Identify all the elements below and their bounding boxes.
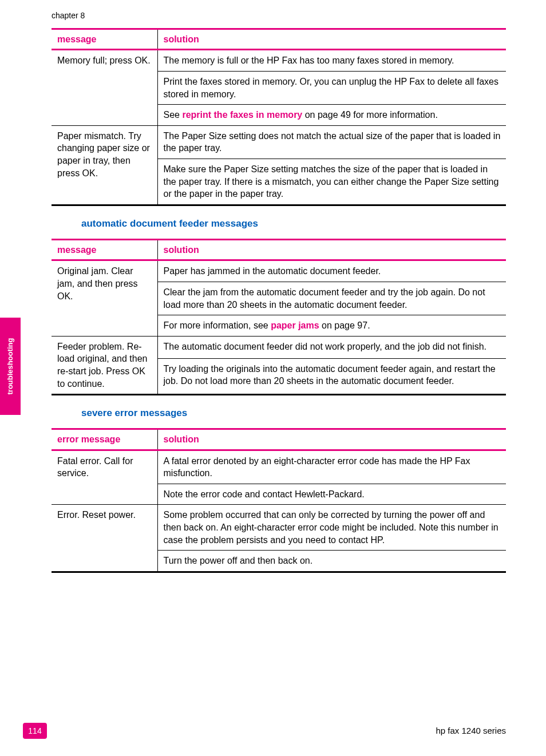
t2-r1-sol-p2: Clear the jam from the automatic documen… [157, 282, 506, 315]
side-tab: troubleshooting [0, 318, 21, 415]
table-two: message solution Original jam. Clear jam… [52, 239, 506, 395]
t1-r2-sol-p1: The Paper Size setting does not match th… [157, 125, 506, 159]
t3-r1-msg: Fatal error. Call for service. [52, 450, 157, 505]
t1-r1-sol-p2: Print the faxes stored in memory. Or, yo… [157, 72, 506, 105]
text-fragment: on page 97. [319, 320, 370, 330]
t2-r2-sol-p1: The automatic document feeder did not wo… [157, 336, 506, 358]
t2-header-message: message [52, 239, 157, 260]
section-title-severe: severe error messages [52, 400, 506, 428]
chapter-heading: chapter 8 [52, 0, 506, 28]
t2-r2-sol-p2: Try loading the originals into the autom… [157, 358, 506, 394]
t3-r1-sol-p1: A fatal error denoted by an eight-charac… [157, 450, 506, 484]
t3-header-message: error message [52, 429, 157, 450]
page-number-badge: 114 [23, 723, 47, 739]
t2-r2-msg: Feeder problem. Re-load original, and th… [52, 336, 157, 394]
t2-r1-msg: Original jam. Clear jam, and then press … [52, 260, 157, 336]
t1-r2-msg: Paper mismatch. Try changing paper size … [52, 125, 157, 205]
t3-r1-sol-p2: Note the error code and contact Hewlett-… [157, 484, 506, 505]
t1-r1-sol-p3: See reprint the faxes in memory on page … [157, 105, 506, 126]
t2-header-solution: solution [157, 239, 506, 260]
text-fragment: See [164, 110, 183, 120]
t2-r1-sol-p1: Paper has jammed in the automatic docume… [157, 260, 506, 282]
t3-r2-sol-p2: Turn the power off and then back on. [157, 551, 506, 572]
t1-header-message: message [52, 29, 157, 50]
t1-r1-sol-p1: The memory is full or the HP Fax has too… [157, 50, 506, 72]
page-footer: 114 hp fax 1240 series [0, 723, 546, 739]
t1-header-solution: solution [157, 29, 506, 50]
section-title-adf: automatic document feeder messages [52, 211, 506, 239]
t1-r2-sol-p2: Make sure the Paper Size setting matches… [157, 159, 506, 205]
link-paper-jams[interactable]: paper jams [271, 320, 319, 330]
text-fragment: For more information, see [164, 320, 271, 330]
t3-r2-msg: Error. Reset power. [52, 505, 157, 572]
t3-r2-sol-p1: Some problem occurred that can only be c… [157, 505, 506, 551]
device-name-label: hp fax 1240 series [436, 725, 506, 737]
link-reprint-faxes[interactable]: reprint the faxes in memory [182, 110, 302, 120]
table-three: error message solution Fatal error. Call… [52, 428, 506, 573]
t1-r1-msg: Memory full; press OK. [52, 50, 157, 125]
t2-r1-sol-p3: For more information, see paper jams on … [157, 315, 506, 337]
side-tab-label: troubleshooting [5, 338, 15, 395]
table-one: message solution Memory full; press OK. … [52, 28, 506, 206]
t3-header-solution: solution [157, 429, 506, 450]
text-fragment: on page 49 for more information. [302, 110, 438, 120]
